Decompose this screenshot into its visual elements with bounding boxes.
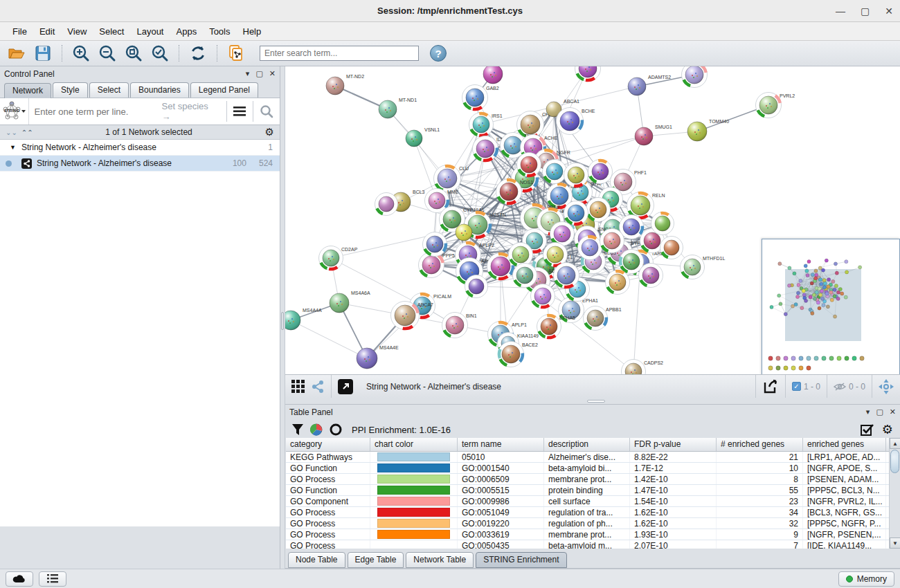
network-row[interactable]: String Network - Alzheimer's disease 100… (0, 156, 280, 172)
network-canvas[interactable]: MT-ND2MT-ND1VSNL1GAB2IRS1CHATABCA1BCHEAD… (285, 66, 900, 374)
vertical-splitter[interactable] (280, 66, 285, 569)
node-BIN1[interactable]: BIN1 (442, 313, 477, 338)
table-row[interactable]: GO FunctionGO:0005515protein binding1.47… (286, 485, 889, 496)
tab-legend-panel[interactable]: Legend Panel (190, 82, 258, 98)
panel-menu-icon[interactable]: ▾ (246, 70, 250, 77)
column-header-fdr-p-value[interactable]: FDR p-value (630, 438, 717, 451)
node-MT-ND1[interactable]: MT-ND1 (379, 98, 417, 118)
menu-tools[interactable]: Tools (204, 24, 235, 39)
panel-close-icon[interactable]: ✕ (269, 70, 276, 77)
tab-style[interactable]: Style (53, 82, 88, 98)
string-search-button[interactable] (253, 98, 280, 125)
table-row[interactable]: GO ProcessGO:0050435beta-amyloid m...2.0… (286, 540, 889, 549)
table-row[interactable]: GO ProcessGO:0033619membrane prot...1.93… (286, 529, 889, 540)
save-session-button[interactable] (32, 43, 54, 64)
tab-network[interactable]: Network (4, 83, 51, 98)
node[interactable] (554, 263, 579, 288)
node[interactable] (509, 243, 533, 267)
node[interactable] (639, 264, 663, 288)
node[interactable] (517, 153, 541, 177)
pie-chart-button[interactable] (310, 423, 323, 436)
close-icon[interactable]: ✕ (885, 6, 893, 16)
ring-chart-button[interactable] (330, 423, 342, 436)
column-header-category[interactable]: category (286, 438, 370, 451)
search-input[interactable] (260, 46, 419, 61)
enrichment-table[interactable]: categorychart colorterm namedescriptionF… (286, 438, 889, 549)
node[interactable] (578, 236, 602, 260)
menu-help[interactable]: Help (237, 24, 267, 39)
scroll-down-arrow[interactable]: ▼ (890, 538, 900, 549)
menu-edit[interactable]: Edit (34, 24, 60, 39)
node-APBB1[interactable]: APBB1 (584, 306, 622, 331)
node[interactable] (564, 163, 588, 187)
node[interactable] (660, 237, 683, 259)
node-MTHFD1L[interactable]: MTHFD1L (681, 255, 726, 279)
collection-expand-icon[interactable]: ▼ (10, 144, 16, 151)
grid-view-button[interactable] (291, 380, 305, 394)
node-BCHE[interactable]: BCHE (557, 108, 595, 135)
tab-network-table[interactable]: Network Table (406, 552, 474, 568)
panel-float-icon[interactable]: ▢ (255, 70, 262, 77)
tab-node-table[interactable]: Node Table (288, 552, 345, 568)
node[interactable] (575, 66, 601, 82)
node[interactable] (600, 229, 624, 253)
node[interactable] (531, 284, 555, 309)
node[interactable] (651, 212, 674, 235)
node[interactable] (606, 270, 630, 295)
horizontal-splitter[interactable] (285, 398, 900, 404)
minimize-icon[interactable]: — (836, 6, 845, 16)
tab-boundaries[interactable]: Boundaries (130, 82, 189, 98)
help-button[interactable]: ? (430, 45, 447, 62)
node-MS4A6A[interactable]: MS4A6A (330, 291, 370, 313)
table-row[interactable]: KEGG Pathways05010Alzheimer's dise...8.8… (286, 452, 889, 463)
node[interactable] (375, 193, 398, 216)
node[interactable] (513, 264, 537, 288)
node-MT-ND2[interactable]: MT-ND2 (326, 74, 364, 95)
node[interactable] (543, 160, 567, 184)
zoom-out-button[interactable] (96, 43, 118, 64)
network-panel-gear-icon[interactable]: ⚙ (265, 126, 274, 138)
string-protein-query-button[interactable]: STRING (0, 98, 29, 125)
node-CD2AP[interactable]: CD2AP (319, 246, 358, 270)
tab-string-enrichment[interactable]: STRING Enrichment (476, 552, 566, 568)
export-network-button[interactable] (762, 378, 779, 395)
node-SMUG1[interactable]: SMUG1 (635, 125, 672, 145)
open-file-button[interactable] (6, 43, 28, 64)
species-hint[interactable]: Set species → (162, 101, 226, 122)
detach-view-button[interactable] (338, 379, 353, 394)
node[interactable] (588, 160, 613, 184)
splitter-handle[interactable] (281, 312, 284, 330)
tab-edge-table[interactable]: Edge Table (348, 552, 404, 568)
refresh-network-button[interactable] (187, 43, 209, 64)
menu-apps[interactable]: Apps (171, 24, 203, 39)
node-VSNL1[interactable]: VSNL1 (406, 127, 440, 147)
menu-select[interactable]: Select (93, 24, 129, 39)
panel-close-icon[interactable]: ✕ (890, 408, 896, 416)
select-columns-button[interactable] (861, 423, 874, 437)
node[interactable] (483, 66, 503, 84)
node-PVRL2[interactable]: PVRL2 (756, 93, 795, 118)
zoom-in-button[interactable] (70, 43, 92, 64)
node-BACE2[interactable]: BACE2 (498, 342, 539, 367)
node[interactable] (586, 198, 611, 222)
string-term-input[interactable] (29, 107, 162, 117)
zoom-selected-button[interactable] (149, 43, 171, 64)
menu-file[interactable]: File (7, 24, 33, 39)
maximize-icon[interactable]: ▢ (861, 6, 870, 16)
table-row[interactable]: GO ProcessGO:0019220regulation of ph...1… (286, 518, 889, 529)
column-header-description[interactable]: description (544, 438, 630, 451)
column-header--enriched-genes[interactable]: # enriched genes (717, 438, 803, 451)
table-row[interactable]: GO ProcessGO:0006509membrane prot...1.42… (286, 474, 889, 485)
splitter-handle[interactable] (587, 400, 605, 403)
node-ADAMTS2[interactable]: ADAMTS2 (628, 75, 671, 95)
string-options-button[interactable] (227, 98, 253, 125)
node[interactable] (682, 66, 708, 88)
collapse-all-icon[interactable]: ⌃⌃ (21, 129, 33, 136)
menu-layout[interactable]: Layout (131, 24, 169, 39)
tab-select[interactable]: Select (89, 82, 129, 98)
node[interactable] (564, 201, 588, 226)
share-view-button[interactable] (311, 380, 325, 394)
expand-all-icon[interactable]: ⌄⌄ (6, 129, 17, 136)
network-collection-row[interactable]: ▼ String Network - Alzheimer's disease 1 (0, 140, 280, 156)
node-MS4A4E[interactable]: MS4A4E (357, 345, 399, 369)
